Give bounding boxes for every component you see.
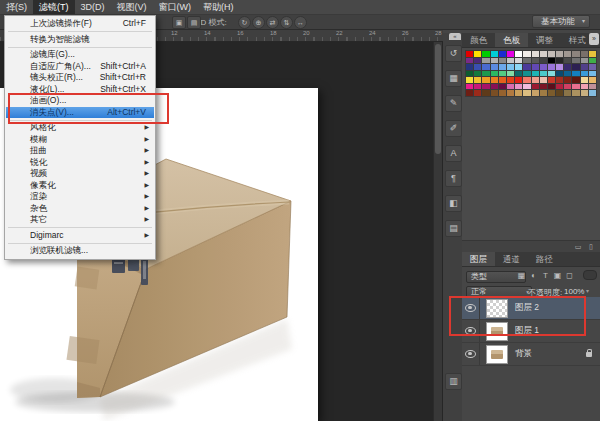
color-swatch[interactable]: [482, 64, 489, 70]
align-icon[interactable]: ▣: [172, 16, 186, 29]
color-swatch[interactable]: [466, 77, 473, 83]
color-swatch[interactable]: [540, 84, 547, 90]
color-swatch[interactable]: [507, 51, 514, 57]
color-swatch[interactable]: [491, 64, 498, 70]
color-swatch[interactable]: [482, 77, 489, 83]
color-swatch[interactable]: [523, 84, 530, 90]
color-swatch[interactable]: [589, 90, 596, 96]
color-swatch[interactable]: [507, 90, 514, 96]
vertical-scrollbar[interactable]: [433, 42, 442, 421]
color-swatch[interactable]: [474, 84, 481, 90]
color-swatch[interactable]: [466, 51, 473, 57]
color-swatch[interactable]: [572, 71, 579, 77]
color-swatch[interactable]: [589, 64, 596, 70]
menu-item[interactable]: 扭曲▶: [6, 145, 154, 157]
color-swatch[interactable]: [540, 64, 547, 70]
menu-item[interactable]: 浏览联机滤镜...: [6, 245, 154, 257]
color-swatch[interactable]: [523, 71, 530, 77]
properties-panel-icon[interactable]: ▦: [445, 70, 462, 87]
color-swatch[interactable]: [499, 58, 506, 64]
layer-row[interactable]: 背景: [462, 343, 600, 366]
color-swatch[interactable]: [564, 51, 571, 57]
color-swatch[interactable]: [515, 64, 522, 70]
color-swatch[interactable]: [556, 90, 563, 96]
menu-item[interactable]: 渲染▶: [6, 191, 154, 203]
color-swatch[interactable]: [564, 84, 571, 90]
color-swatch[interactable]: [540, 58, 547, 64]
timeline-panel-icon[interactable]: ▥: [445, 373, 462, 390]
layer-thumbnail[interactable]: [486, 345, 508, 364]
color-swatch[interactable]: [532, 71, 539, 77]
color-swatch[interactable]: [507, 71, 514, 77]
color-swatch[interactable]: [482, 58, 489, 64]
menu-item[interactable]: 模糊▶: [6, 134, 154, 146]
clone-source-panel-icon[interactable]: ✐: [445, 120, 462, 137]
color-swatch[interactable]: [482, 71, 489, 77]
color-swatch[interactable]: [499, 84, 506, 90]
color-swatch[interactable]: [515, 51, 522, 57]
menu-item[interactable]: Digimarc▶: [6, 230, 154, 242]
color-swatch[interactable]: [540, 90, 547, 96]
swatches-group-tab[interactable]: 色板: [495, 33, 528, 47]
color-swatch[interactable]: [491, 58, 498, 64]
new-swatch-button[interactable]: ▭: [572, 242, 584, 251]
color-swatch[interactable]: [581, 58, 588, 64]
color-swatch[interactable]: [572, 84, 579, 90]
adjustments-panel-icon[interactable]: ◧: [445, 195, 462, 212]
color-swatch[interactable]: [466, 58, 473, 64]
color-swatch[interactable]: [532, 58, 539, 64]
menu-item[interactable]: 镜头校正(R)...Shift+Ctrl+R: [6, 72, 154, 84]
color-swatch[interactable]: [507, 77, 514, 83]
filter-shape-icon[interactable]: ▣: [552, 271, 563, 281]
color-swatch[interactable]: [564, 64, 571, 70]
color-swatch[interactable]: [581, 90, 588, 96]
color-swatch[interactable]: [572, 64, 579, 70]
color-swatch[interactable]: [515, 71, 522, 77]
color-swatch[interactable]: [589, 58, 596, 64]
menu-item[interactable]: 杂色▶: [6, 203, 154, 215]
menu-item[interactable]: 自适应广角(A)...Shift+Ctrl+A: [6, 61, 154, 73]
color-swatch[interactable]: [572, 51, 579, 57]
layer-filter-toggle[interactable]: [583, 270, 597, 280]
color-swatch[interactable]: [515, 77, 522, 83]
collapse-panels-button[interactable]: «: [449, 33, 461, 40]
color-swatch[interactable]: [540, 77, 547, 83]
color-swatch[interactable]: [507, 84, 514, 90]
menubar-item[interactable]: 窗口(W): [153, 0, 198, 14]
menubar-item[interactable]: 视图(V): [111, 0, 153, 14]
color-swatch[interactable]: [532, 51, 539, 57]
info-panel-icon[interactable]: ▤: [445, 220, 462, 237]
color-swatch[interactable]: [589, 84, 596, 90]
color-swatch[interactable]: [581, 77, 588, 83]
filter-smartobject-icon[interactable]: ◻: [564, 271, 575, 281]
color-swatch[interactable]: [482, 51, 489, 57]
swatches-group-tab[interactable]: 调整: [528, 33, 561, 47]
color-swatch[interactable]: [499, 90, 506, 96]
color-swatch[interactable]: [564, 58, 571, 64]
delete-swatch-button[interactable]: ▯: [585, 242, 597, 251]
color-swatch[interactable]: [474, 90, 481, 96]
color-swatch[interactable]: [523, 64, 530, 70]
menu-item[interactable]: 滤镜库(G)...: [6, 49, 154, 61]
color-swatch[interactable]: [482, 90, 489, 96]
color-swatch[interactable]: [556, 51, 563, 57]
color-swatch[interactable]: [581, 84, 588, 90]
menu-item[interactable]: 转换为智能滤镜: [6, 34, 154, 46]
3d-drag-icon[interactable]: ⇄: [266, 16, 279, 29]
color-swatch[interactable]: [507, 58, 514, 64]
color-swatch[interactable]: [556, 58, 563, 64]
color-swatch[interactable]: [523, 90, 530, 96]
color-swatch[interactable]: [564, 71, 571, 77]
color-swatch[interactable]: [532, 77, 539, 83]
color-swatch[interactable]: [589, 51, 596, 57]
color-swatch[interactable]: [548, 77, 555, 83]
color-swatch[interactable]: [491, 77, 498, 83]
menu-item[interactable]: 像素化▶: [6, 180, 154, 192]
color-swatch[interactable]: [548, 90, 555, 96]
layers-group-tab[interactable]: 图层: [462, 252, 495, 266]
color-swatch[interactable]: [474, 51, 481, 57]
layers-group-tab[interactable]: 路径: [528, 252, 561, 266]
history-panel-icon[interactable]: ↺: [445, 45, 462, 62]
color-swatch[interactable]: [548, 51, 555, 57]
scrollbar-thumb[interactable]: [435, 44, 441, 154]
